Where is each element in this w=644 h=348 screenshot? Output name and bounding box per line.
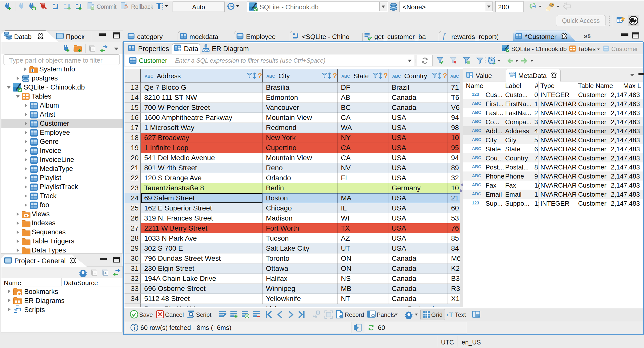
svg-text:★: ★: [17, 292, 21, 295]
svg-text:i: i: [32, 69, 33, 72]
svg-text:f: f: [443, 32, 446, 40]
svg-text:<>: <>: [178, 48, 181, 52]
svg-text:T: T: [449, 311, 453, 318]
svg-text:‹: ‹: [446, 311, 449, 318]
